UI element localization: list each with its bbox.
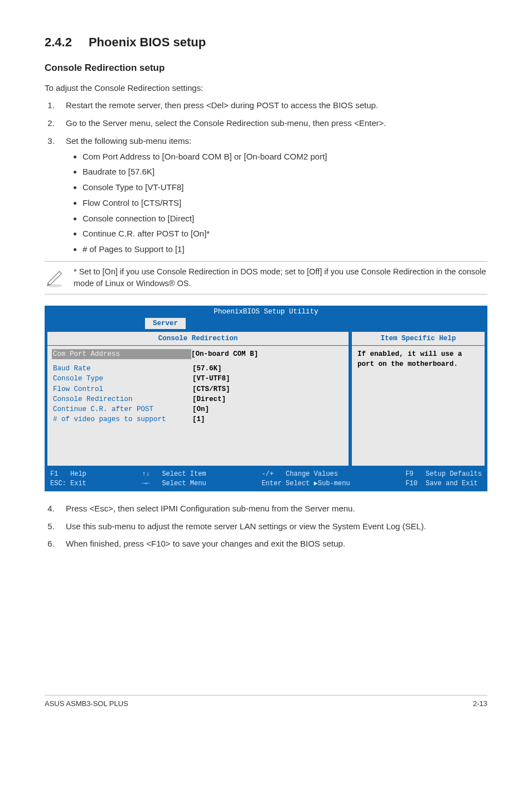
bios-row-val: [VT-UTF8] — [192, 374, 230, 384]
pencil-icon — [45, 267, 66, 288]
step-item: Press <Esc>, then select IPMI Configurat… — [57, 503, 487, 515]
bios-row: Flow Control[CTS/RTS] — [53, 384, 343, 394]
step-item: When finished, press <F10> to save your … — [57, 538, 487, 550]
page-footer-right: 2-13 — [473, 699, 487, 709]
bios-key-hint: F1 Help — [50, 470, 86, 479]
bios-row: # of video pages to support[1] — [53, 414, 343, 424]
step-item: Go to the Server menu, select the Consol… — [57, 117, 487, 129]
section-number: 2.4.2 — [45, 33, 72, 51]
bios-footer: F1 Help ESC: Exit ↑↓ Select Item →← Sele… — [45, 468, 487, 491]
bios-menubar: Server — [45, 318, 487, 329]
bios-row-key: Console Redirection — [53, 394, 192, 404]
step-item: Set the following sub-menu items: Com Po… — [57, 135, 487, 255]
bios-key-hint: ESC: Exit — [50, 479, 86, 489]
section-title: Phoenix BIOS setup — [89, 35, 206, 49]
step-item: Use this sub-menu to adjust the remote s… — [57, 520, 487, 533]
spacer — [45, 318, 145, 328]
bios-key-hint: Enter Select ▶Sub-menu — [262, 479, 350, 489]
note-callout: * Set to [On] if you use Console Redirec… — [45, 261, 487, 294]
bios-row-key: Flow Control — [53, 384, 192, 394]
bios-row: Com Port Address [On-board COM B] — [53, 349, 343, 359]
bios-help-text: If enabled, it will use a port on the mo… — [357, 349, 479, 369]
bios-row-val: [1] — [192, 414, 205, 424]
steps-list-bottom: Press <Esc>, then select IPMI Configurat… — [57, 503, 487, 550]
page-footer: ASUS ASMB3-SOL PLUS 2-13 — [45, 695, 487, 709]
bios-key-hint: →← Select Menu — [142, 479, 206, 489]
bios-title: PhoenixBIOS Setup Utility — [45, 306, 487, 318]
step-item-label: Set the following sub-menu items: — [66, 136, 191, 146]
bios-key-hint: ↑↓ Select Item — [142, 470, 206, 479]
bios-row-key: Continue C.R. after POST — [53, 404, 192, 414]
bios-row-key: Baud Rate — [53, 364, 192, 374]
bios-key-hint: F9 Setup Defaults — [405, 470, 482, 479]
bios-key-hint: -/+ Change Values — [262, 470, 338, 479]
bios-row-val: [57.6K] — [192, 364, 222, 374]
bios-row-val: [On-board COM B] — [191, 349, 258, 359]
bios-help-title: Item Specific Help — [352, 332, 485, 346]
submenu-list: Com Port Address to [On-board COM B] or … — [83, 151, 487, 255]
bios-row-key: Console Type — [53, 374, 192, 384]
page-footer-left: ASUS ASMB3-SOL PLUS — [45, 699, 128, 709]
submenu-item: Console Type to [VT-UTF8] — [83, 181, 487, 194]
subheading: Console Redirection setup — [45, 61, 487, 75]
note-text: * Set to [On] if you use Console Redirec… — [74, 266, 487, 289]
bios-row: Continue C.R. after POST[On] — [53, 404, 343, 414]
submenu-item: Continue C.R. after POST to [On]* — [83, 228, 487, 240]
bios-row-key: Com Port Address — [52, 349, 191, 359]
bios-row: Console Redirection[Direct] — [53, 394, 343, 404]
submenu-item: # of Pages to Support to [1] — [83, 243, 487, 255]
submenu-item: Flow Control to [CTS/RTS] — [83, 197, 487, 209]
steps-list-top: Restart the remote server, then press <D… — [57, 99, 487, 255]
bios-tab-server: Server — [145, 318, 186, 329]
bios-left-panel: Console Redirection Com Port Address [On… — [47, 331, 349, 466]
bios-row-val: [Direct] — [192, 394, 226, 404]
intro-text: To adjust the Console Redirection settin… — [45, 82, 487, 94]
bios-row-val: [On] — [192, 404, 209, 414]
bios-key-hint: F10 Save and Exit — [405, 479, 478, 489]
step-item: Restart the remote server, then press <D… — [57, 99, 487, 112]
submenu-item: Console connection to [Direct] — [83, 212, 487, 225]
bios-setup-screenshot: PhoenixBIOS Setup Utility Server Console… — [45, 306, 487, 491]
bios-row: Console Type[VT-UTF8] — [53, 374, 343, 384]
section-heading: 2.4.2Phoenix BIOS setup — [45, 33, 487, 51]
bios-row-key: # of video pages to support — [53, 414, 192, 424]
bios-help-panel: Item Specific Help If enabled, it will u… — [351, 331, 485, 466]
submenu-item: Baudrate to [57.6K] — [83, 166, 487, 178]
bios-row-val: [CTS/RTS] — [192, 384, 230, 394]
bios-panel-title: Console Redirection — [47, 332, 349, 346]
bios-row: Baud Rate[57.6K] — [53, 364, 343, 374]
submenu-item: Com Port Address to [On-board COM B] or … — [83, 151, 487, 163]
